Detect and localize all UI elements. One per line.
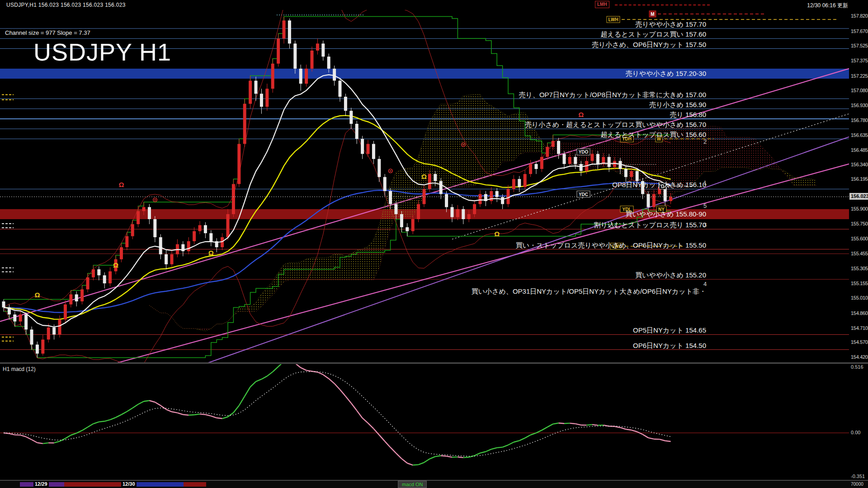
lmh-marker-box[interactable]: LMH (595, 1, 609, 8)
candle-body (237, 144, 241, 184)
candle-body (321, 43, 325, 56)
candle-body (524, 174, 527, 187)
macd-svg[interactable] (0, 364, 849, 480)
candle-body (243, 104, 246, 144)
macd-line (525, 435, 530, 438)
candle-body (434, 174, 437, 181)
candle-body (406, 227, 409, 231)
price-axis-label: 156.635 (851, 132, 868, 138)
candle-body (540, 157, 543, 169)
macd-line (373, 429, 379, 435)
macd-line (160, 405, 166, 409)
candle-body (636, 171, 639, 181)
candle-body (19, 314, 22, 322)
signal-marker: ⊙ (461, 141, 467, 148)
macd-line (256, 379, 261, 381)
macd-line (65, 435, 71, 438)
candle-body (596, 154, 599, 164)
macd-line (340, 389, 345, 396)
price-axis-label: 155.455 (851, 251, 868, 256)
price-axis-label: 154.860 (851, 310, 868, 316)
candle-body (501, 197, 504, 204)
price-axis-label: 156.195 (851, 176, 868, 182)
macd-line (665, 441, 670, 442)
macd-line (592, 425, 598, 426)
macd-line (564, 423, 570, 424)
candle-body (137, 211, 140, 224)
price-axis-label: 155.305 (851, 266, 868, 271)
candle-body (411, 219, 415, 231)
macd-line (149, 401, 155, 403)
candle-body (652, 194, 656, 207)
macd-line (514, 441, 519, 442)
macd-line (99, 421, 104, 422)
macd-panel[interactable]: H1 macd (12) (0, 364, 849, 480)
macd-line (475, 453, 480, 456)
price-axis-label: 155.010 (851, 295, 868, 300)
candle-body (142, 207, 146, 211)
macd-toggle-button[interactable]: macd ON (398, 481, 427, 488)
macd-line (43, 443, 48, 444)
candle-body (311, 51, 314, 69)
candle-body (467, 214, 471, 219)
candle-body (327, 56, 330, 69)
macd-line (329, 379, 334, 384)
macd-line (261, 376, 267, 379)
macd-line (401, 459, 407, 463)
macd-line (273, 366, 278, 372)
macd-line (335, 384, 340, 389)
volume-label: 70000 (851, 482, 863, 487)
macd-axis[interactable]: 0.5160.00-0.351 (849, 364, 868, 480)
level-annotation: 売り 156.80 (670, 111, 706, 118)
candle-body (193, 231, 196, 241)
candle-body (512, 179, 515, 189)
level-annotation: OP8日NYカット大きめ 156.10 (612, 181, 706, 188)
macd-line (222, 417, 228, 419)
macd-line (357, 411, 362, 418)
level-annotation: 割り込むとストップロス売り 155.70 (594, 221, 706, 229)
candle-body (47, 328, 50, 340)
candle-body (249, 81, 252, 104)
macd-line (189, 415, 194, 415)
signal-marker: Ω (113, 261, 118, 269)
candle-body (563, 154, 566, 164)
candle-body (529, 164, 532, 174)
macd-line (368, 423, 373, 428)
candle-body (557, 141, 560, 154)
price-axis-label: 155.750 (851, 221, 868, 226)
macd-line (519, 438, 525, 441)
price-zone[interactable] (0, 69, 849, 79)
price-zone[interactable] (0, 209, 849, 219)
price-axis-label: 156.485 (851, 147, 868, 153)
macd-line (391, 447, 396, 453)
candle-body (389, 191, 392, 204)
macd-line (626, 429, 631, 430)
price-chart-area[interactable]: ΩΩΩ⊙Ω⊙Ω⊙ΩΩMLWHYDHWYDODYDCYDLNYLWL売りやや小さめ… (0, 10, 849, 362)
macd-line (183, 415, 189, 415)
macd-line (643, 434, 648, 438)
macd-line (379, 435, 385, 441)
price-axis-label: 157.820 (851, 13, 868, 19)
line-number-label: 3 (703, 221, 707, 228)
macd-line (452, 457, 458, 457)
candle-body (103, 275, 106, 283)
price-axis-label: 156.930 (851, 103, 868, 108)
macd-line (267, 372, 273, 376)
candle-body (344, 97, 347, 111)
macd-line (278, 364, 284, 366)
macd-line (486, 449, 491, 451)
macd-indicator-label: H1 macd (12) (3, 366, 36, 372)
macd-line (441, 456, 446, 456)
panel-separator[interactable] (0, 362, 868, 364)
candle-body (299, 69, 302, 84)
price-axis[interactable]: 157.820157.670157.525157.375157.225157.0… (849, 10, 868, 362)
timeline-strip[interactable]: macd ON 70000 12/2912/30 (0, 481, 868, 488)
candle-body (187, 241, 190, 251)
level-annotation: 買い・ストップロス売りやや小さめ、OP6日NYカット 155.50 (516, 241, 706, 249)
top-bar: USDJPY,H1 156.023 156.023 156.023 156.02… (0, 0, 868, 10)
signal-marker: Ω (421, 173, 427, 180)
macd-line (211, 416, 217, 418)
macd-line (503, 445, 508, 447)
signal-marker: Ω (578, 111, 584, 118)
macd-line (172, 412, 177, 413)
